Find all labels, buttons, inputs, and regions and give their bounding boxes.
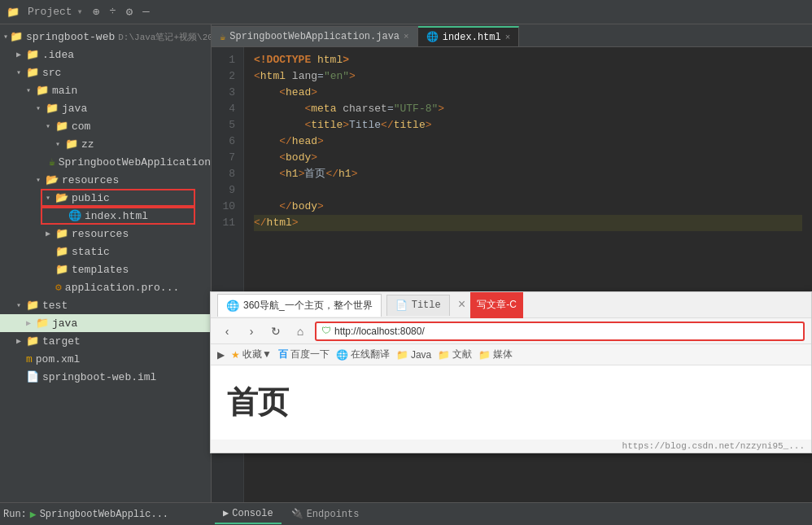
zz-arrow: ▾ (55, 139, 63, 149)
browser-ext-button[interactable]: 写文章-C (470, 292, 523, 318)
browser-ext-label: 写文章-C (477, 298, 517, 312)
sidebar-item-testjava[interactable]: ▶ 📁 java (0, 314, 211, 332)
sidebar-item-iml[interactable]: ▶ 📄 springboot-web.iml (0, 368, 211, 386)
sidebar-item-zz[interactable]: ▾ 📁 zz (0, 135, 211, 153)
tree-root[interactable]: ▾ 📁 springboot-web D:\Java笔记+视频\20200303… (0, 28, 211, 46)
code-token: head (292, 133, 317, 150)
sidebar-item-resources[interactable]: ▾ 📂 resources (0, 171, 211, 189)
browser-h1: 首页 (227, 382, 795, 423)
sidebar-item-target[interactable]: ▶ 📁 target (0, 332, 211, 350)
src-arrow: ▾ (16, 68, 24, 77)
bookmark-media[interactable]: 📁 媒体 (478, 348, 513, 361)
bottom-tab-endpoints[interactable]: 🔌 Endpoints (283, 505, 368, 523)
browser-tab2-title: Title (412, 300, 441, 311)
title-bar: 📁 Project ▾ ⊕ ÷ ⚙ — (0, 0, 812, 24)
zz-label: zz (81, 138, 94, 151)
sidebar-item-resources2[interactable]: ▶ 📁 resources (0, 225, 211, 243)
zz-folder-icon: 📁 (65, 138, 78, 151)
sidebar-item-public[interactable]: ▾ 📂 public (0, 189, 211, 207)
code-token: <!DOCTYPE (254, 52, 317, 68)
browser-address-text: http://localhost:8080/ (334, 326, 425, 337)
sidebar-item-idea[interactable]: ▶ 📁 .idea (0, 46, 211, 63)
browser-forward-button[interactable]: › (242, 322, 261, 341)
sidebar-item-java[interactable]: ▾ 📁 java (0, 99, 211, 117)
baidu-icon: 百 (278, 348, 288, 361)
resources2-label: resources (72, 228, 129, 240)
code-token: body (286, 150, 311, 166)
code-token: > (317, 199, 324, 215)
code-token: head (286, 85, 311, 101)
pomxml-label: pom.xml (36, 353, 81, 365)
title-icon-minimize[interactable]: — (142, 5, 149, 19)
sidebar-item-com[interactable]: ▾ 📁 com (0, 117, 211, 135)
browser-tab-2[interactable]: 📄 Title (386, 295, 450, 316)
browser-close-button[interactable]: × (458, 298, 466, 313)
code-token (254, 85, 279, 101)
root-label: springboot-web (26, 31, 115, 43)
bookmark-favorites[interactable]: ★ 收藏▼ (231, 348, 272, 361)
code-token: = (317, 68, 324, 85)
tab-springapp[interactable]: ☕ SpringbootWebApplication.java × (212, 26, 418, 46)
code-token: > (311, 150, 317, 166)
sidebar-item-main[interactable]: ▾ 📁 main (0, 81, 211, 99)
title-icon-settings[interactable]: ⚙ (126, 5, 133, 19)
code-token: < (279, 150, 286, 166)
code-token: > (292, 215, 299, 231)
code-token: < (254, 68, 260, 85)
springapp-icon: ☕ (49, 155, 55, 168)
bookmark-media-label: 媒体 (493, 348, 513, 361)
bookmark-docs-label: 文献 (452, 348, 472, 361)
browser-home-button[interactable]: ⌂ (290, 322, 310, 341)
browser-address-bar[interactable]: 🛡 http://localhost:8080/ (315, 322, 805, 341)
sidebar-item-springapp[interactable]: ▶ ☕ SpringbootWebApplication (0, 153, 211, 171)
static-label: static (72, 246, 110, 258)
appprops-icon: ⚙ (55, 281, 62, 294)
code-token: Title (349, 117, 381, 133)
bookmark-translate[interactable]: 🌐 在线翻译 (336, 348, 390, 361)
code-token: < (279, 166, 286, 182)
sidebar-item-index-html[interactable]: ▶ 🌐 index.html (0, 207, 211, 225)
browser-refresh-button[interactable]: ↻ (266, 322, 286, 341)
code-token: > (317, 133, 324, 150)
tab-index-close[interactable]: × (505, 33, 511, 42)
public-label: public (72, 192, 110, 204)
resources2-folder-icon: 📁 (55, 227, 68, 240)
code-token: charset (336, 101, 386, 117)
idea-arrow: ▶ (16, 50, 24, 59)
code-token: </ (279, 133, 292, 150)
browser-tab-1[interactable]: 🌐 360导航_一个主页，整个世界 (217, 294, 382, 317)
idea-folder-icon: 📁 (26, 48, 39, 61)
sidebar-item-test[interactable]: ▾ 📁 test (0, 296, 211, 314)
bookmark-docs[interactable]: 📁 文献 (438, 348, 472, 361)
code-token: </ (381, 117, 394, 133)
public-arrow: ▾ (46, 193, 54, 203)
title-dropdown-arrow[interactable]: ▾ (77, 6, 83, 18)
code-token: "UTF-8" (394, 101, 439, 117)
title-icon-add[interactable]: ⊕ (93, 5, 99, 19)
browser-back-button[interactable]: ‹ (217, 322, 237, 341)
bottom-tab-console[interactable]: ▶ Console (215, 504, 282, 524)
sidebar-item-appprops[interactable]: ▶ ⚙ application.pro... (0, 278, 211, 296)
src-folder-icon: 📁 (26, 66, 39, 79)
translate-icon: 🌐 (336, 349, 348, 361)
root-arrow: ▾ (3, 32, 8, 42)
code-token: < (279, 85, 286, 101)
code-token: html (267, 215, 292, 231)
code-line-1: <!DOCTYPE html> (254, 52, 802, 68)
code-token: > (343, 52, 349, 68)
browser-tab1-favicon: 🌐 (226, 300, 239, 313)
bookmark-baidu[interactable]: 百 百度一下 (278, 348, 330, 361)
title-icon-split[interactable]: ÷ (109, 5, 116, 19)
sidebar-item-pomxml[interactable]: ▶ m pom.xml (0, 350, 211, 368)
tab-index[interactable]: 🌐 index.html × (418, 26, 520, 46)
tab-springapp-close[interactable]: × (404, 32, 409, 42)
static-folder-icon: 📁 (55, 245, 68, 258)
sidebar-item-src[interactable]: ▾ 📁 src (0, 63, 211, 81)
code-token: body (292, 199, 317, 215)
sidebar-item-static[interactable]: ▶ 📁 static (0, 243, 211, 260)
sidebar-item-templates[interactable]: ▶ 📁 templates (0, 260, 211, 278)
bookmark-java[interactable]: 📁 Java (396, 349, 431, 361)
code-token (254, 101, 304, 117)
code-token: > (438, 101, 444, 117)
code-token (254, 133, 279, 150)
